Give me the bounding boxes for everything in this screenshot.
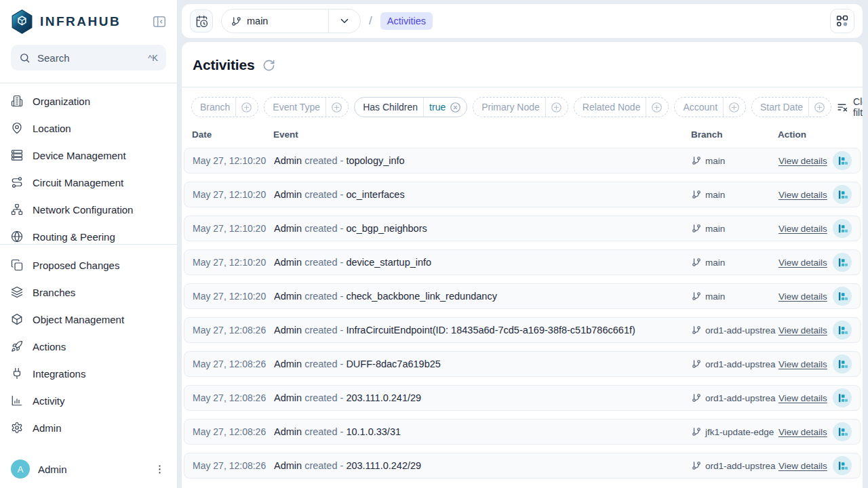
view-details-link[interactable]: View details <box>778 156 827 166</box>
sidebar-item-activity[interactable]: Activity <box>0 387 177 414</box>
filter-chip-branch[interactable]: Branch <box>191 97 258 117</box>
event-object-link[interactable]: device_startup_info <box>346 257 431 268</box>
related-tree-button[interactable] <box>833 219 852 238</box>
refresh-icon[interactable] <box>262 59 275 72</box>
filter-chip-event-type[interactable]: Event Type <box>264 97 349 117</box>
sidebar-item-network-configuration[interactable]: Network Configuration <box>0 196 177 223</box>
event-object-link[interactable]: topology_info <box>346 155 404 166</box>
sidebar: INFRAHUB Search ^K OrganizationLocationD… <box>0 0 178 488</box>
branch-name: ord1-add-upstrea <box>705 461 776 471</box>
view-details-link[interactable]: View details <box>778 325 827 336</box>
row-branch: main <box>692 224 778 234</box>
branch-selector[interactable]: main <box>221 9 361 33</box>
filter-bar: BranchEvent TypeHas ChildrentruePrimary … <box>182 87 863 124</box>
circle-plus-icon[interactable] <box>724 102 745 113</box>
circle-plus-icon[interactable] <box>326 102 348 113</box>
event-object-link[interactable]: DUFF-8dac7a619b25 <box>346 359 440 369</box>
row-date: May 27, 12:08:26 <box>184 460 274 471</box>
row-branch: jfk1-update-edge <box>692 427 778 437</box>
circle-plus-icon[interactable] <box>646 102 668 113</box>
related-tree-button[interactable] <box>833 354 852 373</box>
event-object-link[interactable]: 10.1.0.33/31 <box>346 426 401 437</box>
row-event: Admin created - DUFF-8dac7a619b25 <box>274 359 692 369</box>
filter-chip-label: Start Date <box>752 102 808 113</box>
related-tree-button[interactable] <box>833 321 852 340</box>
event-actor: Admin <box>274 155 302 166</box>
sidebar-item-label: Circuit Management <box>33 177 123 188</box>
chevron-down-icon[interactable] <box>329 15 360 27</box>
circle-plus-icon[interactable] <box>546 102 568 113</box>
event-object-link[interactable]: oc_interfaces <box>346 189 404 200</box>
git-branch-icon <box>692 156 701 165</box>
sidebar-item-admin[interactable]: Admin <box>0 414 177 441</box>
sidebar-item-branches[interactable]: Branches <box>0 279 177 306</box>
row-branch: main <box>692 156 778 166</box>
event-object-link[interactable]: oc_bgp_neighbors <box>346 223 427 234</box>
column-header-branch: Branch <box>691 129 778 140</box>
event-object-link[interactable]: check_backbone_link_redundancy <box>346 291 497 302</box>
event-object-link[interactable]: InfraCircuitEndpoint(ID: 18435a6d-7cd5-a… <box>346 325 635 336</box>
clear-filters-button[interactable]: Clear filters <box>837 96 863 118</box>
related-tree-button[interactable] <box>833 422 852 441</box>
view-details-link[interactable]: View details <box>778 427 827 437</box>
filter-chip-account[interactable]: Account <box>674 97 746 117</box>
sidebar-item-proposed-changes[interactable]: Proposed Changes <box>0 251 177 279</box>
filter-chip-start-date[interactable]: Start Date <box>751 97 831 117</box>
sidebar-item-label: Integrations <box>33 368 85 380</box>
schema-visualizer-button[interactable] <box>830 9 854 33</box>
user-menu[interactable]: A Admin <box>0 450 177 488</box>
sidebar-item-organization[interactable]: Organization <box>0 87 177 115</box>
server-icon <box>11 149 23 161</box>
panel-header: Activities <box>182 42 863 87</box>
related-tree-button[interactable] <box>833 253 852 272</box>
related-tree-button[interactable] <box>833 388 852 407</box>
git-branch-icon <box>692 291 701 301</box>
tree-icon <box>837 359 848 369</box>
related-tree-button[interactable] <box>833 456 852 475</box>
sidebar-item-circuit-management[interactable]: Circuit Management <box>0 169 177 196</box>
tree-icon <box>837 291 848 302</box>
sidebar-item-location[interactable]: Location <box>0 115 177 142</box>
search-icon <box>19 52 31 64</box>
sidebar-item-actions[interactable]: Actions <box>0 333 177 360</box>
event-actor: Admin <box>274 392 302 403</box>
search-input[interactable]: Search ^K <box>11 45 166 70</box>
event-verb: created - <box>302 223 346 234</box>
git-branch-icon <box>692 325 701 335</box>
related-tree-button[interactable] <box>833 185 852 204</box>
row-event: Admin created - InfraCircuitEndpoint(ID:… <box>274 325 692 336</box>
view-details-link[interactable]: View details <box>778 291 827 302</box>
git-branch-icon <box>692 393 701 403</box>
view-details-link[interactable]: View details <box>778 393 827 403</box>
sidebar-item-label: Network Configuration <box>33 204 133 216</box>
sidebar-item-object-management[interactable]: Object Management <box>0 306 177 333</box>
time-travel-button[interactable] <box>190 9 213 33</box>
view-details-link[interactable]: View details <box>778 224 827 234</box>
filter-chip-has-children[interactable]: Has Childrentrue <box>354 97 467 117</box>
view-details-link[interactable]: View details <box>778 190 827 200</box>
sidebar-item-routing-peering[interactable]: Routing & Peering <box>0 223 177 244</box>
breadcrumb-separator: / <box>369 14 372 28</box>
sidebar-item-device-management[interactable]: Device Management <box>0 142 177 169</box>
filter-chip-primary-node[interactable]: Primary Node <box>473 97 568 117</box>
kebab-menu-icon[interactable] <box>153 462 166 476</box>
event-object-link[interactable]: 203.111.0.241/29 <box>346 392 421 403</box>
view-details-link[interactable]: View details <box>778 461 827 471</box>
related-tree-button[interactable] <box>833 151 852 170</box>
map-pin-icon <box>11 122 23 134</box>
network-icon <box>11 203 23 216</box>
circle-x-icon[interactable] <box>448 102 467 113</box>
git-branch-icon <box>692 224 701 233</box>
sidebar-collapse-icon[interactable] <box>151 14 167 30</box>
git-branch-icon <box>692 461 701 470</box>
view-details-link[interactable]: View details <box>778 258 827 268</box>
view-details-link[interactable]: View details <box>778 359 827 369</box>
event-object-link[interactable]: 203.111.0.242/29 <box>346 460 421 471</box>
related-tree-button[interactable] <box>833 287 852 306</box>
circle-plus-icon[interactable] <box>809 102 831 113</box>
sidebar-item-integrations[interactable]: Integrations <box>0 360 177 387</box>
row-actions: View details <box>778 185 860 204</box>
filter-chip-related-node[interactable]: Related Node <box>574 97 669 117</box>
circle-plus-icon[interactable] <box>236 102 258 113</box>
breadcrumb-activities[interactable]: Activities <box>380 12 433 30</box>
